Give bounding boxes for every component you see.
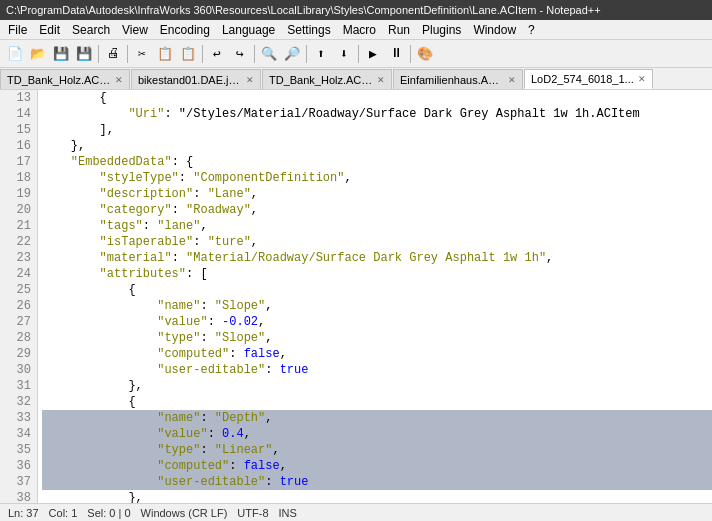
tab-4[interactable]: LoD2_574_6018_1...✕ [524, 69, 653, 89]
tab-label: Einfamilienhaus.ACItem [400, 74, 504, 86]
undo-btn[interactable]: ↩ [206, 43, 228, 65]
code-area[interactable]: { "Uri": "/Styles/Material/Roadway/Surfa… [38, 90, 712, 503]
tab-label: LoD2_574_6018_1... [531, 73, 634, 85]
line-num-35: 35 [4, 442, 31, 458]
code-line-33: "name": "Depth", [42, 410, 712, 426]
code-line-32: { [42, 394, 712, 410]
menu-item-plugins[interactable]: Plugins [416, 21, 467, 39]
line-num-14: 14 [4, 106, 31, 122]
style-btn[interactable]: 🎨 [414, 43, 436, 65]
code-line-28: "type": "Slope", [42, 330, 712, 346]
editor: 1314151617181920212223242526272829303132… [0, 90, 712, 503]
sep1 [98, 45, 99, 63]
code-line-24: "attributes": [ [42, 266, 712, 282]
tab-1[interactable]: bikestand01.DAE.json✕ [131, 69, 261, 89]
menu-item-view[interactable]: View [116, 21, 154, 39]
code-line-23: "material": "Material/Roadway/Surface Da… [42, 250, 712, 266]
menu-item-search[interactable]: Search [66, 21, 116, 39]
redo-btn[interactable]: ↪ [229, 43, 251, 65]
tab-3[interactable]: Einfamilienhaus.ACItem✕ [393, 69, 523, 89]
line-num-15: 15 [4, 122, 31, 138]
sep2 [127, 45, 128, 63]
code-line-19: "description": "Lane", [42, 186, 712, 202]
sep4 [254, 45, 255, 63]
line-num-32: 32 [4, 394, 31, 410]
menu-item-settings[interactable]: Settings [281, 21, 336, 39]
menu-item-encoding[interactable]: Encoding [154, 21, 216, 39]
status-windows: Windows (CR LF) [141, 507, 228, 519]
status-col: Col: 1 [49, 507, 78, 519]
line-num-25: 25 [4, 282, 31, 298]
line-num-27: 27 [4, 314, 31, 330]
code-line-34: "value": 0.4, [42, 426, 712, 442]
tab-close-1[interactable]: ✕ [246, 75, 254, 85]
menu-item-edit[interactable]: Edit [33, 21, 66, 39]
line-num-34: 34 [4, 426, 31, 442]
tab-label: bikestand01.DAE.json [138, 74, 242, 86]
tab-2[interactable]: TD_Bank_Holz.ACItem✕ [262, 69, 392, 89]
tab-label: TD_Bank_Holz.ACItem [269, 74, 373, 86]
find-btn[interactable]: 🔍 [258, 43, 280, 65]
title-text: C:\ProgramData\Autodesk\InfraWorks 360\R… [6, 4, 601, 16]
code-line-13: { [42, 90, 712, 106]
code-line-15: ], [42, 122, 712, 138]
line-num-13: 13 [4, 90, 31, 106]
tab-close-3[interactable]: ✕ [508, 75, 516, 85]
save-all-btn[interactable]: 💾 [73, 43, 95, 65]
line-num-33: 33 [4, 410, 31, 426]
status-sel: Sel: 0 | 0 [87, 507, 130, 519]
line-num-36: 36 [4, 458, 31, 474]
code-line-35: "type": "Linear", [42, 442, 712, 458]
tab-close-0[interactable]: ✕ [115, 75, 123, 85]
tab-0[interactable]: TD_Bank_Holz.ACItem✕ [0, 69, 130, 89]
code-line-36: "computed": false, [42, 458, 712, 474]
replace-btn[interactable]: 🔎 [281, 43, 303, 65]
code-line-17: "EmbeddedData": { [42, 154, 712, 170]
line-num-28: 28 [4, 330, 31, 346]
print-btn[interactable]: 🖨 [102, 43, 124, 65]
tab-close-2[interactable]: ✕ [377, 75, 385, 85]
code-line-25: { [42, 282, 712, 298]
menu-item-macro[interactable]: Macro [337, 21, 382, 39]
menu-item-language[interactable]: Language [216, 21, 281, 39]
status-utf8: UTF-8 [237, 507, 268, 519]
open-btn[interactable]: 📂 [27, 43, 49, 65]
paste-btn[interactable]: 📋 [177, 43, 199, 65]
line-numbers: 1314151617181920212223242526272829303132… [0, 90, 38, 503]
up-btn[interactable]: ⬆ [310, 43, 332, 65]
pause-btn[interactable]: ⏸ [385, 43, 407, 65]
new-btn[interactable]: 📄 [4, 43, 26, 65]
menu-bar: FileEditSearchViewEncodingLanguageSettin… [0, 20, 712, 40]
menu-item-file[interactable]: File [2, 21, 33, 39]
tab-close-4[interactable]: ✕ [638, 74, 646, 84]
code-line-18: "styleType": "ComponentDefinition", [42, 170, 712, 186]
menu-item-window[interactable]: Window [467, 21, 522, 39]
status-ln: Ln: 37 [8, 507, 39, 519]
line-num-18: 18 [4, 170, 31, 186]
code-line-22: "isTaperable": "ture", [42, 234, 712, 250]
code-line-21: "tags": "lane", [42, 218, 712, 234]
sep7 [410, 45, 411, 63]
line-num-23: 23 [4, 250, 31, 266]
tab-label: TD_Bank_Holz.ACItem [7, 74, 111, 86]
line-num-24: 24 [4, 266, 31, 282]
code-line-38: }, [42, 490, 712, 503]
line-num-22: 22 [4, 234, 31, 250]
copy-btn[interactable]: 📋 [154, 43, 176, 65]
menu-item-?[interactable]: ? [522, 21, 541, 39]
line-num-20: 20 [4, 202, 31, 218]
line-num-30: 30 [4, 362, 31, 378]
cut-btn[interactable]: ✂ [131, 43, 153, 65]
sep3 [202, 45, 203, 63]
toolbar: 📄📂💾💾🖨✂📋📋↩↪🔍🔎⬆⬇▶⏸🎨 [0, 40, 712, 68]
save-btn[interactable]: 💾 [50, 43, 72, 65]
run-btn[interactable]: ▶ [362, 43, 384, 65]
code-line-37: "user-editable": true [42, 474, 712, 490]
down-btn[interactable]: ⬇ [333, 43, 355, 65]
status-ins: INS [279, 507, 297, 519]
menu-item-run[interactable]: Run [382, 21, 416, 39]
line-num-37: 37 [4, 474, 31, 490]
status-bar: Ln: 37 Col: 1 Sel: 0 | 0 Windows (CR LF)… [0, 503, 712, 521]
code-line-14: "Uri": "/Styles/Material/Roadway/Surface… [42, 106, 712, 122]
tabs-bar: TD_Bank_Holz.ACItem✕bikestand01.DAE.json… [0, 68, 712, 90]
